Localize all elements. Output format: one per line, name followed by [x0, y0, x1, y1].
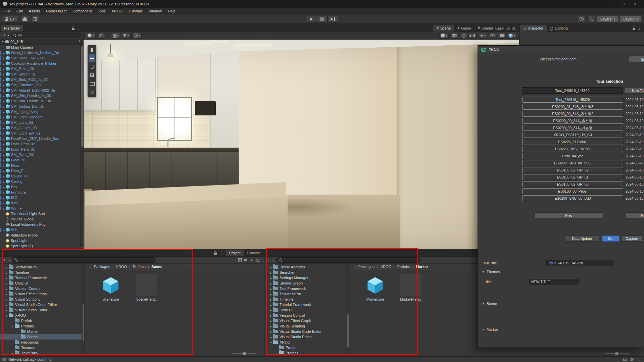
tab-lighting[interactable]: Lighting — [547, 25, 571, 32]
lighting-toggle[interactable] — [460, 33, 467, 39]
expand-arrow-icon[interactable] — [2, 196, 6, 200]
rotate-tool-button[interactable] — [89, 63, 95, 71]
layout-dropdown[interactable]: Layout ▾ — [620, 16, 641, 22]
create-object-button[interactable]: + — [2, 33, 7, 38]
tour-item-button[interactable]: ES0185_02_GR_00 — [522, 181, 623, 187]
panel-menu-icon[interactable]: ⋮ — [427, 26, 431, 30]
expand-arrow-icon[interactable] — [2, 137, 6, 141]
tree-scrollbar[interactable]: ▼ — [82, 264, 85, 356]
title-field[interactable]: NEW TITLE — [529, 279, 579, 285]
asset-item[interactable]: SceneLine — [98, 274, 124, 301]
dock-tab[interactable]: Console — [244, 250, 264, 256]
hierarchy-item[interactable]: Door_Pent_02 — [0, 141, 83, 147]
folder-row[interactable]: Searcher — [264, 270, 349, 275]
gizmos-dropdown[interactable]: ▾ — [507, 33, 517, 39]
expand-arrow-icon[interactable] — [11, 324, 14, 328]
hierarchy-item[interactable]: Ceiling — [0, 179, 83, 184]
new-tour-button[interactable]: New Tour — [625, 87, 644, 94]
tour-item-button[interactable]: Unity_84Type — [522, 153, 623, 159]
expand-arrow-icon[interactable] — [2, 158, 6, 162]
expand-arrow-icon[interactable] — [269, 340, 273, 344]
tree-scrollbar[interactable]: ▼ — [346, 264, 349, 356]
filter-by-label-icon[interactable] — [244, 259, 247, 262]
minimize-button[interactable]: — — [605, 0, 617, 8]
folder-row[interactable]: Timeline — [264, 297, 349, 302]
breadcrumb-item[interactable]: XROO — [375, 265, 391, 269]
folder-row[interactable]: Prefabs — [264, 350, 349, 356]
expand-arrow-icon[interactable] — [269, 276, 273, 280]
lock-icon[interactable] — [214, 253, 217, 255]
data-update-button[interactable]: Data Update — [564, 236, 599, 242]
expand-arrow-icon[interactable] — [2, 110, 6, 114]
expand-arrow-icon[interactable] — [5, 297, 8, 301]
expand-arrow-icon[interactable] — [2, 190, 6, 194]
panel-menu-icon[interactable]: ⋮ — [219, 251, 223, 255]
expand-arrow-icon[interactable] — [2, 142, 6, 146]
folder-row[interactable]: Marker — [0, 329, 85, 334]
expand-arrow-icon[interactable] — [2, 67, 6, 71]
project-search-input[interactable] — [276, 257, 420, 263]
undo-history-button[interactable] — [578, 16, 586, 22]
expand-arrow-icon[interactable] — [2, 185, 6, 189]
folder-row[interactable]: Visual Studio Editor — [0, 307, 85, 313]
expand-arrow-icon[interactable] — [5, 270, 8, 274]
scene-foldout[interactable]: Scene — [482, 302, 497, 306]
hierarchy-item[interactable]: SM_C-Light_09 — [0, 125, 83, 131]
tour-item-button[interactable]: ES0185_02_GR_01 — [522, 174, 623, 180]
hierarchy-item[interactable]: Spot Light (1) — [0, 243, 83, 249]
hierarchy-item[interactable]: Volume Global — [0, 216, 83, 222]
expand-arrow-icon[interactable] — [269, 303, 273, 307]
panel-menu-icon[interactable]: ⋮ — [638, 26, 642, 30]
expand-arrow-icon[interactable] — [269, 265, 273, 269]
expand-arrow-icon[interactable] — [2, 56, 6, 60]
console-status-icon[interactable] — [623, 358, 627, 361]
expand-arrow-icon[interactable] — [269, 287, 273, 291]
expand-arrow-icon[interactable] — [275, 351, 279, 355]
thumbnail-zoom-slider[interactable] — [605, 353, 629, 354]
scene-menu-icon[interactable]: ⋮ — [78, 40, 82, 44]
tour-item-button[interactable]: ES0200_00_84A_옵션형2 — [522, 111, 623, 117]
asset-item[interactable]: MarkerPrefab — [398, 274, 424, 301]
hierarchy-item[interactable]: SM_Light_Pendent — [0, 114, 83, 120]
tour-title-field[interactable]: Tour_240619_145320 — [546, 260, 614, 266]
hierarchy-item[interactable]: SM_Sink_ACC_Ja_02 — [0, 77, 83, 82]
folder-row[interactable]: Visual Effect Graph — [264, 318, 349, 323]
dock-tab[interactable]: Project — [226, 250, 244, 256]
hierarchy-item[interactable]: Reflection Probe — [0, 232, 83, 238]
hierarchy-item[interactable]: SM_Fauset_DSS-4022_Ja — [0, 88, 83, 93]
hierarchy-item[interactable]: Floor — [0, 163, 83, 168]
draw-mode-dropdown[interactable]: ▾ — [86, 33, 96, 39]
hierarchy-item[interactable]: Furniture — [0, 190, 83, 195]
grid-visibility-dropdown[interactable]: ▾ — [111, 33, 120, 39]
hierarchy-item[interactable]: Wall — [0, 200, 83, 206]
hierarchy-item[interactable]: Door_Pent_01 — [0, 147, 83, 152]
folder-row[interactable]: Visual Scripting — [0, 297, 85, 302]
tour-item-button[interactable]: ES0200_01_84B_옵션형3 — [522, 104, 623, 110]
progress-status-icon[interactable] — [636, 357, 641, 362]
tour-item-button[interactable]: XROO_ES0179_HY_GJ — [522, 132, 623, 138]
scene-view-tab[interactable]: # Scene — [433, 25, 454, 32]
breadcrumb-item[interactable]: Scene — [146, 265, 162, 269]
tour-item-button[interactable]: ES0200_00_84A_옵션형 — [522, 118, 623, 124]
favorites-icon[interactable]: ★ — [250, 258, 253, 262]
folder-row[interactable]: Tutorial Framework — [0, 275, 85, 280]
breadcrumb-item[interactable]: Marker — [410, 265, 428, 269]
hierarchy-item[interactable]: Directional Light Sun — [0, 211, 83, 216]
play-button[interactable] — [306, 16, 317, 22]
project-search-input[interactable] — [12, 257, 156, 263]
chevron-down-icon[interactable]: ▾ — [9, 259, 10, 261]
asset-item[interactable]: ScenePrefab — [133, 274, 159, 301]
breadcrumb-item[interactable]: XROO — [110, 265, 127, 269]
folder-row[interactable]: TextMeshPro — [264, 291, 349, 297]
move-tool-button[interactable] — [89, 54, 95, 62]
tour-item-button[interactable]: Tour_240619_145320 — [522, 97, 623, 103]
hierarchy-item[interactable]: SM_Hood_DAC-90S — [0, 55, 83, 61]
create-asset-button[interactable]: + — [266, 258, 271, 263]
expand-arrow-icon[interactable] — [2, 51, 6, 55]
scale-tool-button[interactable] — [89, 71, 95, 79]
expand-arrow-icon[interactable] — [2, 120, 6, 124]
hierarchy-item[interactable]: ISO — [0, 195, 83, 200]
scene-root-row[interactable]: ▼ 00_84B ⋮ — [0, 39, 83, 45]
menu-item[interactable]: XROO — [109, 8, 126, 14]
effects-dropdown[interactable]: ★ ▾ — [478, 33, 487, 39]
